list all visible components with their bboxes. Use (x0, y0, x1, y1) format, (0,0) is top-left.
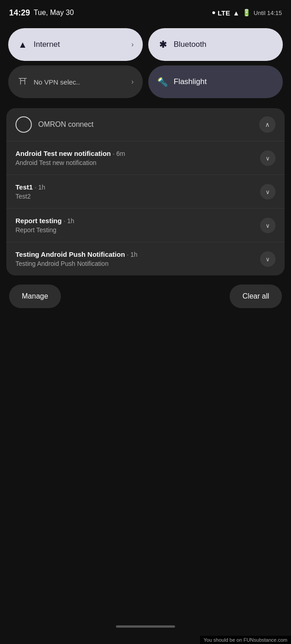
notif-title-4: Testing Android Push Notification · 1h (15, 250, 255, 258)
quick-tiles: ▲ Internet › ✱ Bluetooth ⛩ No VPN selec.… (0, 24, 291, 102)
notif-body-3: Report Testing (15, 226, 255, 234)
notif-time-2: 1h (38, 184, 45, 191)
expand-icon-2: ∨ (266, 189, 270, 195)
vpn-icon: ⛩ (17, 77, 28, 87)
notif-time-3: 1h (67, 217, 75, 225)
expand-button-3[interactable]: ∨ (260, 218, 276, 233)
notif-body-4: Testing Android Push Notification (15, 260, 255, 267)
notification-item-4[interactable]: Testing Android Push Notification · 1h T… (6, 242, 285, 275)
bottom-actions: Manage Clear all (0, 275, 291, 317)
flashlight-label: Flashlight (174, 77, 207, 86)
internet-arrow: › (131, 40, 134, 49)
notif-body-2: Test2 (15, 193, 255, 200)
notif-content-1: Android Test new notification · 6m Andro… (15, 150, 255, 166)
bluetooth-tile[interactable]: ✱ Bluetooth (148, 28, 283, 61)
collapse-button[interactable]: ∧ (259, 116, 276, 133)
status-time: 14:29 (9, 8, 30, 18)
vpn-arrow: › (131, 78, 134, 86)
expand-button-2[interactable]: ∨ (260, 184, 276, 200)
status-dot (212, 11, 215, 14)
signal-icon: ▲ (233, 9, 240, 17)
bluetooth-label: Bluetooth (174, 40, 206, 49)
notif-content-4: Testing Android Push Notification · 1h T… (15, 250, 255, 267)
internet-tile[interactable]: ▲ Internet › (8, 28, 143, 61)
network-label: LTE (218, 9, 230, 17)
notif-title-1: Android Test new notification · 6m (15, 150, 255, 157)
manage-button[interactable]: Manage (9, 285, 61, 308)
collapse-icon: ∧ (265, 121, 270, 128)
battery-label: Until 14:15 (254, 10, 282, 16)
flashlight-icon: 🔦 (157, 77, 168, 87)
internet-label: Internet (34, 40, 60, 49)
status-left: 14:29 Tue, May 30 (9, 8, 74, 18)
notif-time-4: 1h (130, 251, 138, 258)
vpn-tile[interactable]: ⛩ No VPN selec.. › (8, 65, 143, 98)
status-right: LTE ▲ 🔋 Until 14:15 (212, 9, 282, 17)
vpn-label: No VPN selec.. (34, 78, 80, 86)
battery-icon: 🔋 (242, 9, 251, 17)
notif-content-3: Report testing · 1h Report Testing (15, 217, 255, 234)
expand-icon-3: ∨ (266, 222, 270, 229)
expand-icon-1: ∨ (266, 155, 270, 162)
notif-body-1: Android Test new notification (15, 159, 255, 166)
notif-content-2: Test1 · 1h Test2 (15, 183, 255, 200)
notif-title-3: Report testing · 1h (15, 217, 255, 225)
app-name: OMRON connect (38, 120, 253, 129)
notification-item-1[interactable]: Android Test new notification · 6m Andro… (6, 141, 285, 175)
internet-icon: ▲ (17, 40, 28, 50)
app-header: OMRON connect ∧ (6, 108, 285, 141)
expand-button-4[interactable]: ∨ (260, 251, 276, 267)
notification-item-2[interactable]: Test1 · 1h Test2 ∨ (6, 175, 285, 209)
expand-button-1[interactable]: ∨ (260, 150, 276, 166)
tiles-row-2: ⛩ No VPN selec.. › 🔦 Flashlight (8, 65, 283, 98)
app-icon (15, 116, 32, 133)
status-bar: 14:29 Tue, May 30 LTE ▲ 🔋 Until 14:15 (0, 0, 291, 24)
clear-all-button[interactable]: Clear all (230, 285, 282, 308)
bluetooth-icon: ✱ (157, 39, 168, 50)
tiles-row-1: ▲ Internet › ✱ Bluetooth (8, 28, 283, 61)
status-date: Tue, May 30 (34, 9, 74, 17)
expand-icon-4: ∨ (266, 256, 270, 263)
notification-item-3[interactable]: Report testing · 1h Report Testing ∨ (6, 209, 285, 242)
watermark: You should be on FUNsubstance.com (200, 636, 291, 644)
notif-time-1: 6m (116, 150, 125, 157)
home-indicator (116, 625, 175, 628)
notification-panel: OMRON connect ∧ Android Test new notific… (6, 108, 285, 275)
flashlight-tile[interactable]: 🔦 Flashlight (148, 65, 283, 98)
notif-title-2: Test1 · 1h (15, 183, 255, 191)
